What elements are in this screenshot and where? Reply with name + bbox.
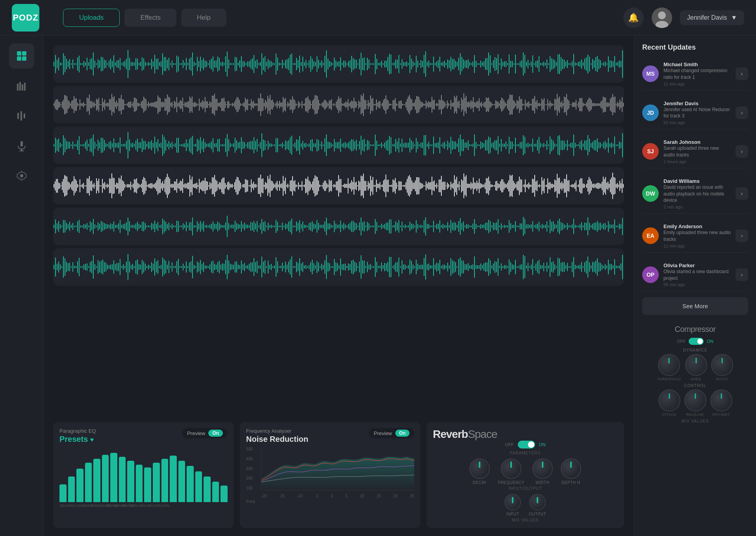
attack-knob[interactable] — [658, 389, 680, 411]
waveform-4 — [53, 167, 624, 205]
main-layout: Preview On Paragraphic EQ Presets ♥ 32hz… — [0, 35, 756, 536]
waveform-5 — [53, 208, 624, 245]
freq-y-labels: 500 400 300 200 100 — [246, 447, 260, 490]
update-item-2[interactable]: JD Jennifer Davis Jennifer used AI Noise… — [642, 97, 748, 130]
tab-effects[interactable]: Effects — [124, 9, 176, 27]
update-item-1[interactable]: MS Michael Smith Michael changed compres… — [642, 58, 748, 91]
sidebar-item-dashboard[interactable] — [9, 43, 34, 69]
eq-bar-6[interactable] — [110, 453, 117, 502]
eq-bar-5[interactable] — [102, 455, 109, 502]
output-label: OUTPUT — [529, 512, 546, 516]
eq-bar-9[interactable] — [136, 465, 143, 502]
freq-label: Freq — [246, 499, 414, 504]
update-desc-6: Olivia started a new dashboard project — [663, 268, 731, 282]
eq-preview-toggle[interactable]: Preview On — [182, 428, 228, 438]
sidebar-item-settings[interactable] — [9, 163, 34, 188]
notifications-button[interactable]: 🔔 — [623, 7, 644, 28]
release-knob[interactable] — [684, 389, 706, 411]
frequency-knob[interactable] — [501, 458, 521, 479]
reverb-title: ReverbSpace — [433, 428, 618, 441]
eq-bar-10[interactable] — [144, 467, 151, 502]
compressor-toggle-row[interactable]: OFF ON — [642, 338, 748, 345]
frequency-label: FREQUENCY — [498, 480, 524, 485]
user-avatar — [652, 7, 672, 28]
ratio-knob[interactable] — [711, 354, 733, 376]
update-avatar-6: OP — [642, 266, 659, 283]
svg-rect-9 — [24, 83, 26, 91]
update-arrow-6[interactable]: › — [736, 268, 748, 281]
reverb-parameters-label: PARAMETERS — [433, 451, 618, 455]
noise-preview-toggle[interactable]: Preview On — [369, 428, 414, 438]
eq-bar-7[interactable] — [119, 457, 126, 502]
eq-bar-18[interactable] — [212, 482, 219, 502]
eq-bar-19[interactable] — [220, 486, 228, 502]
svg-point-1 — [656, 21, 668, 28]
drywet-label: DRY/WET — [712, 413, 730, 417]
logo: PODZ — [12, 4, 39, 32]
update-item-5[interactable]: EA Emily Anderson Emily uploaded three n… — [642, 220, 748, 253]
reverb-toggle[interactable] — [518, 441, 535, 449]
update-arrow-1[interactable]: › — [736, 67, 748, 80]
user-dropdown[interactable]: Jennifer Davis ▼ — [680, 10, 744, 25]
update-arrow-2[interactable]: › — [736, 106, 748, 119]
eq-title-text: Presets — [59, 435, 88, 443]
update-item-3[interactable]: SJ Sarah Johnson Sarah uploaded three ne… — [642, 135, 748, 168]
eq-bar-4[interactable] — [93, 459, 100, 502]
eq-bar-2[interactable] — [76, 469, 83, 502]
compressor-toggle[interactable] — [689, 338, 704, 345]
input-knob[interactable] — [504, 494, 521, 510]
eq-bar-0[interactable] — [59, 484, 67, 502]
dynamics-label: DYNAMICS — [642, 348, 748, 352]
drywet-knob[interactable] — [710, 389, 732, 411]
knee-knob[interactable] — [685, 354, 707, 376]
update-item-6[interactable]: OP Olivia Parker Olivia started a new da… — [642, 259, 748, 292]
input-knob-col: INPUT — [504, 494, 521, 516]
chevron-down-icon: ▼ — [731, 14, 737, 21]
eq-bar-1[interactable] — [68, 476, 75, 502]
track-6[interactable] — [53, 248, 624, 286]
update-item-4[interactable]: DW David Williams David reported an issu… — [642, 174, 748, 214]
svg-point-0 — [658, 11, 666, 19]
update-arrow-3[interactable]: › — [736, 145, 748, 158]
depth-knob[interactable] — [561, 458, 581, 479]
svg-point-16 — [20, 174, 23, 177]
decay-knob[interactable] — [469, 458, 490, 479]
tab-uploads[interactable]: Uploads — [63, 9, 120, 27]
svg-rect-6 — [17, 84, 19, 91]
threshold-knob[interactable] — [658, 354, 680, 376]
reverb-toggle-row[interactable]: OFF ON — [433, 441, 618, 449]
track-3[interactable] — [53, 127, 624, 164]
eq-bar-11[interactable] — [153, 463, 160, 502]
eq-bar-16[interactable] — [195, 471, 202, 502]
topbar: PODZ Uploads Effects Help 🔔 Jennifer Dav… — [0, 0, 756, 35]
noise-panel: Preview On Frequency Analyser Noise Redu… — [240, 422, 421, 528]
eq-bar-12[interactable] — [161, 459, 169, 502]
sidebar-item-analytics[interactable] — [9, 73, 34, 99]
eq-bar-17[interactable] — [204, 476, 211, 502]
eq-bar-8[interactable] — [127, 461, 134, 502]
sidebar-item-player[interactable] — [9, 103, 34, 128]
eq-bar-15[interactable] — [187, 466, 194, 502]
svg-rect-15 — [19, 151, 24, 151]
svg-rect-10 — [17, 113, 19, 119]
compressor-title-secondary: or — [709, 325, 716, 333]
eq-bar-14[interactable] — [178, 461, 185, 502]
sidebar-item-record[interactable] — [9, 133, 34, 158]
update-arrow-4[interactable]: › — [736, 187, 748, 200]
update-desc-4: David reported an issue with audio playb… — [663, 184, 731, 204]
width-knob[interactable] — [532, 458, 553, 479]
reverb-params-knobs: DECAY FREQUENCY WIDTH DEPTH H — [433, 458, 618, 485]
tab-help[interactable]: Help — [181, 9, 226, 27]
update-arrow-5[interactable]: › — [736, 229, 748, 242]
output-knob[interactable] — [529, 494, 546, 510]
update-name-6: Olivia Parker — [663, 262, 731, 268]
track-1[interactable] — [53, 45, 624, 83]
track-2[interactable] — [53, 86, 624, 123]
eq-bar-3[interactable] — [85, 463, 92, 502]
see-more-button[interactable]: See More — [642, 297, 748, 315]
track-4[interactable] — [53, 167, 624, 205]
update-name-2: Jennifer Davis — [663, 100, 731, 106]
eq-bar-13[interactable] — [170, 456, 177, 502]
threshold-knob-col: THRESHOLD — [657, 354, 681, 381]
track-5[interactable] — [53, 208, 624, 245]
